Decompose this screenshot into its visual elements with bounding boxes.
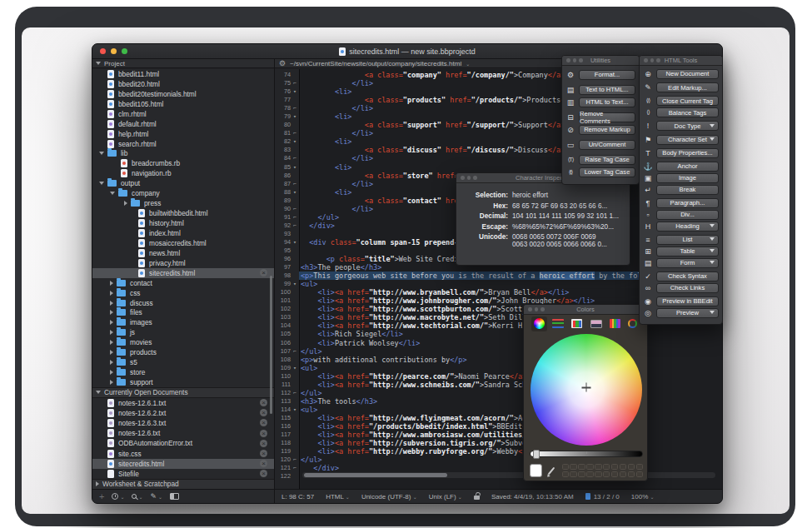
close-document-icon[interactable]: × — [260, 460, 267, 467]
swatch-cell[interactable] — [603, 464, 610, 470]
current-color-swatch[interactable] — [530, 464, 542, 477]
code-line[interactable]: 111 <li><a href="http://www.schneibs.com… — [275, 381, 722, 389]
character-set-button[interactable]: Character Set — [656, 135, 719, 145]
recent-menu-button[interactable]: ⌄ — [112, 493, 124, 500]
fold-marker-icon[interactable]: ▾ — [291, 188, 299, 197]
tree-item[interactable]: bbedit20.html — [92, 79, 274, 89]
sidebar-scrollbar[interactable] — [270, 276, 272, 414]
open-document-item[interactable]: notes-12.6.1.txt× — [92, 398, 274, 408]
heading-button[interactable]: Heading — [656, 222, 719, 232]
div-button[interactable]: Div... — [656, 210, 719, 220]
code-line[interactable]: 118 <li><a href="http://subversion.tigri… — [275, 439, 722, 447]
close-document-icon[interactable]: × — [260, 409, 267, 416]
fold-marker-icon[interactable]: ⌐ — [291, 154, 299, 162]
color-sliders-tab[interactable] — [550, 316, 566, 331]
pencils-tab[interactable] — [607, 316, 623, 331]
preview-button[interactable]: Preview — [656, 308, 719, 318]
tree-item[interactable]: products — [92, 347, 274, 357]
close-current-tag-button[interactable]: Close Current Tag — [656, 96, 719, 106]
line-endings-menu[interactable]: Unix (LF) ⌄ — [429, 493, 462, 501]
raise-tag-case-button[interactable]: Raise Tag Case — [579, 155, 635, 165]
color-palettes-tab[interactable] — [569, 316, 585, 331]
tree-item[interactable]: store — [92, 367, 274, 377]
fold-marker-icon[interactable]: ⌐ — [291, 347, 299, 356]
color-profile-tab[interactable] — [625, 316, 640, 331]
project-section-header[interactable]: Project — [92, 59, 274, 68]
disclosure-triangle-icon[interactable] — [110, 360, 113, 365]
tree-item[interactable]: privacy.html — [92, 258, 274, 268]
code-line[interactable]: 108<p>with additional contributions by</… — [275, 356, 722, 364]
fold-marker-icon[interactable]: ▾ — [291, 280, 299, 288]
code-line[interactable]: 112⌐</ul> — [275, 389, 722, 397]
swatch-cell[interactable] — [636, 471, 643, 477]
list-button[interactable]: List — [656, 235, 719, 245]
disclosure-triangle-icon[interactable] — [124, 201, 127, 206]
eyedropper-icon[interactable] — [547, 466, 554, 475]
code-line[interactable]: 121⌐ </div> — [275, 464, 722, 472]
tree-item[interactable]: support — [92, 377, 274, 387]
disclosure-triangle-icon[interactable] — [110, 291, 113, 296]
tree-item[interactable]: bbedit20testimonials.html — [92, 89, 274, 99]
close-document-icon[interactable]: × — [260, 470, 267, 477]
disclosure-triangle-icon[interactable] — [110, 340, 113, 345]
preview-in-bbedit-button[interactable]: Preview in BBEdit — [656, 296, 719, 306]
fold-marker-icon[interactable]: ▾ — [291, 112, 299, 121]
fold-marker-icon[interactable]: ⌐ — [291, 104, 299, 112]
disclosure-triangle-icon[interactable] — [110, 320, 113, 325]
horizontal-scrollbar[interactable] — [302, 472, 715, 478]
swatch-cell[interactable] — [636, 464, 643, 470]
anchor-button[interactable]: Anchor — [656, 162, 719, 172]
image-button[interactable]: Image — [656, 173, 719, 183]
check-links-button[interactable]: Check Links — [656, 283, 719, 293]
close-document-icon[interactable]: × — [260, 440, 267, 447]
tree-item[interactable]: files — [92, 308, 274, 318]
tree-item[interactable]: navigation.rb — [92, 168, 274, 178]
swatch-cell[interactable] — [586, 471, 593, 477]
tree-item[interactable]: help.rhtml — [92, 129, 274, 139]
disclosure-triangle-icon[interactable] — [96, 481, 99, 486]
close-document-icon[interactable]: × — [260, 430, 267, 437]
swatch-cell[interactable] — [628, 464, 635, 470]
scrollbar-handle[interactable] — [304, 473, 447, 477]
fold-marker-icon[interactable]: ▾ — [291, 137, 299, 146]
tree-item[interactable]: mosaiccredits.html — [92, 238, 274, 248]
format-button[interactable]: Format... — [579, 70, 635, 80]
tree-item[interactable]: news.html — [92, 248, 274, 258]
fold-marker-icon[interactable]: ⌐ — [291, 464, 299, 472]
fold-marker-icon[interactable]: ▾ — [291, 238, 299, 247]
open-documents-header[interactable]: Currently Open Documents — [92, 387, 274, 398]
code-line[interactable]: 119 <li><a href="http://webby.rubyforge.… — [275, 447, 722, 456]
actions-menu-button[interactable]: ✎⌄ — [151, 493, 163, 501]
new-document-button[interactable]: New Document — [656, 69, 719, 79]
close-document-icon[interactable]: × — [260, 269, 267, 276]
swatch-cell[interactable] — [595, 464, 601, 470]
break-button[interactable]: Break — [656, 185, 719, 195]
hue-color-wheel[interactable] — [531, 334, 642, 446]
code-line[interactable]: 109▾<ul> — [275, 364, 722, 372]
disclosure-triangle-icon[interactable] — [110, 350, 113, 355]
swatch-cell[interactable] — [603, 471, 610, 477]
swatch-cell[interactable] — [595, 471, 601, 477]
disclosure-triangle-icon[interactable] — [110, 330, 113, 335]
code-line[interactable]: 105 <li>Rich Siegel</li> — [275, 330, 722, 338]
zoom-menu[interactable]: 100% ⌄ — [631, 493, 655, 501]
code-line[interactable]: 106 <li>Patrick Woolsey</li> — [275, 339, 722, 347]
tree-item[interactable]: movies — [92, 337, 274, 347]
fold-marker-icon[interactable]: ⌐ — [291, 222, 299, 230]
tree-item[interactable]: discuss — [92, 298, 274, 308]
tree-item[interactable]: index.html — [92, 228, 274, 238]
tree-item[interactable]: images — [92, 317, 274, 327]
close-document-icon[interactable]: × — [260, 399, 267, 406]
path-dropdown-icon[interactable]: ⌄ — [466, 61, 470, 67]
code-line[interactable]: 117 <li><a href="http://www.ambrosiasw.c… — [275, 431, 722, 439]
fold-marker-icon[interactable]: ⌐ — [291, 180, 299, 188]
tree-item[interactable]: output — [92, 178, 274, 188]
sidebar-divider[interactable] — [274, 59, 275, 503]
open-document-item[interactable]: sitecredits.html× — [92, 459, 274, 469]
tree-item[interactable]: search.rhtml — [92, 139, 274, 149]
open-document-item[interactable]: ODBAutomationError.txt× — [92, 438, 274, 448]
disclosure-triangle-icon[interactable] — [96, 62, 101, 65]
tree-item[interactable]: company — [92, 188, 274, 198]
tree-item[interactable]: bbedit105.html — [92, 99, 274, 109]
gear-icon[interactable]: ⚙ — [279, 60, 286, 67]
